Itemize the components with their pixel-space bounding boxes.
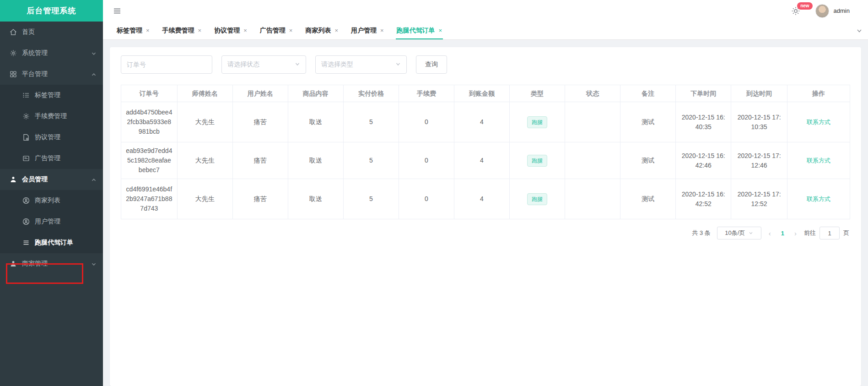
type-select[interactable]: 请选择类型 [315,55,407,74]
cell-remark: 测试 [620,179,676,219]
cell-master: 大先生 [177,102,232,142]
cell-type: 跑腿 [510,102,565,142]
gear-icon [22,113,30,120]
tab-手续费管理[interactable]: 手续费管理× [156,22,208,39]
close-icon[interactable]: × [198,27,202,34]
sidebar-item-label: 系统管理 [22,49,48,57]
search-button[interactable]: 查询 [416,55,447,74]
table-row: add4b4750bee42fcb3ba5933e8981bcb大先生痛苦取送5… [121,102,850,142]
close-icon[interactable]: × [439,27,442,34]
type-tag: 跑腿 [527,155,547,167]
contact-link[interactable]: 联系方式 [807,196,830,202]
sidebar-item-跑腿代驾订单[interactable]: 跑腿代驾订单 [0,232,103,253]
cell-paid: 5 [343,142,399,179]
sidebar-item-平台管理[interactable]: 平台管理 [0,64,103,85]
page-size-select[interactable]: 10条/页 [717,227,761,239]
top-bar: new admin [103,0,868,22]
cell-paid: 5 [343,179,399,219]
page-unit-label: 页 [843,229,849,237]
goto-page-input[interactable] [819,227,840,239]
sidebar-item-用户管理[interactable]: 用户管理 [0,211,103,232]
column-header-到达时间: 到达时间 [731,85,787,102]
hamburger-icon[interactable] [112,6,122,16]
tab-标签管理[interactable]: 标签管理× [110,22,156,39]
cell-created: 2020-12-15 16:42:46 [676,142,731,179]
prev-page-button[interactable]: ‹ [767,229,773,237]
type-tag: 跑腿 [527,116,547,128]
close-icon[interactable]: × [146,27,150,34]
type-select-placeholder: 请选择类型 [321,60,395,69]
sidebar-item-手续费管理[interactable]: 手续费管理 [0,106,103,127]
app-title: 后台管理系统 [0,0,103,22]
column-header-到账金额: 到账金额 [454,85,509,102]
sidebar-item-label: 商家列表 [35,196,60,205]
contact-link[interactable]: 联系方式 [807,157,830,164]
cell-arrived: 2020-12-15 17:12:52 [731,179,787,219]
sidebar-item-协议管理[interactable]: 协议管理 [0,127,103,148]
tab-跑腿代驾订单[interactable]: 跑腿代驾订单× [390,22,449,39]
table-body: add4b4750bee42fcb3ba5933e8981bcb大先生痛苦取送5… [121,102,850,219]
cell-fee: 0 [399,142,454,179]
app-root: 后台管理系统 首页系统管理平台管理标签管理手续费管理协议管理广告管理会员管理商家… [0,0,868,386]
sidebar-menu: 首页系统管理平台管理标签管理手续费管理协议管理广告管理会员管理商家列表用户管理跑… [0,22,103,274]
sidebar-item-label: 跑腿代驾订单 [35,239,73,247]
tab-广告管理[interactable]: 广告管理× [253,22,299,39]
gear-icon [9,49,17,57]
sidebar-item-商家列表[interactable]: 商家列表 [0,190,103,211]
order-no-input[interactable] [127,61,206,68]
next-page-button[interactable]: › [793,229,798,237]
image-icon [22,155,30,163]
tab-协议管理[interactable]: 协议管理× [208,22,253,39]
sidebar-item-label: 协议管理 [35,133,60,141]
chevron-up-icon [91,71,97,77]
document-icon [22,134,30,141]
sidebar-item-首页[interactable]: 首页 [0,22,103,43]
tab-用户管理[interactable]: 用户管理× [345,22,390,39]
cell-content: 取送 [288,142,343,179]
status-select-placeholder: 请选择状态 [227,60,295,69]
order-no-input-wrap [121,55,212,74]
tab-商家列表[interactable]: 商家列表× [299,22,345,39]
cell-user: 痛苦 [232,102,288,142]
close-icon[interactable]: × [380,27,384,34]
close-icon[interactable]: × [289,27,293,34]
tab-label: 跑腿代驾订单 [397,27,435,35]
cell-type: 跑腿 [510,142,565,179]
close-icon[interactable]: × [243,27,247,34]
tab-label: 标签管理 [117,27,142,35]
status-select[interactable]: 请选择状态 [221,55,306,74]
sidebar-item-商家管理[interactable]: 商家管理 [0,253,103,274]
close-icon[interactable]: × [334,27,338,34]
user-icon [9,176,17,184]
cell-action: 联系方式 [787,142,850,179]
avatar[interactable] [815,4,829,18]
table-row: eab93e9d7edd45c1982c8eafaebebec7大先生痛苦取送5… [121,142,850,179]
cell-user: 痛苦 [232,142,288,179]
cell-arrived: 2020-12-15 17:10:35 [731,102,787,142]
tab-label: 广告管理 [260,27,286,35]
sidebar-item-广告管理[interactable]: 广告管理 [0,148,103,169]
current-page[interactable]: 1 [778,230,787,237]
orders-table: 订单号师傅姓名用户姓名商品内容实付价格手续费到账金额类型状态备注下单时间到达时间… [121,85,850,219]
list-icon [22,92,30,99]
tab-overflow-chevron-icon[interactable] [856,22,863,39]
cell-remark: 测试 [620,142,676,179]
main-area: new admin 标签管理×手续费管理×协议管理×广告管理×商家列表×用户管理… [103,0,868,386]
sidebar-item-标签管理[interactable]: 标签管理 [0,85,103,106]
chevron-down-icon [91,50,97,56]
cell-fee: 0 [399,179,454,219]
sidebar-item-系统管理[interactable]: 系统管理 [0,43,103,64]
sidebar-item-会员管理[interactable]: 会员管理 [0,169,103,190]
goto-label: 前往 [804,229,816,237]
cell-amount: 4 [454,142,509,179]
filter-bar: 请选择状态 请选择类型 查询 [121,55,850,74]
cell-amount: 4 [454,102,509,142]
topbar-right: new admin [791,4,850,18]
cell-user: 痛苦 [232,179,288,219]
settings-gear-icon[interactable]: new [791,6,801,16]
contact-link[interactable]: 联系方式 [807,119,830,125]
home-icon [9,28,17,36]
tab-label: 商家列表 [305,27,331,35]
column-header-下单时间: 下单时间 [676,85,731,102]
menu-icon [22,239,30,247]
